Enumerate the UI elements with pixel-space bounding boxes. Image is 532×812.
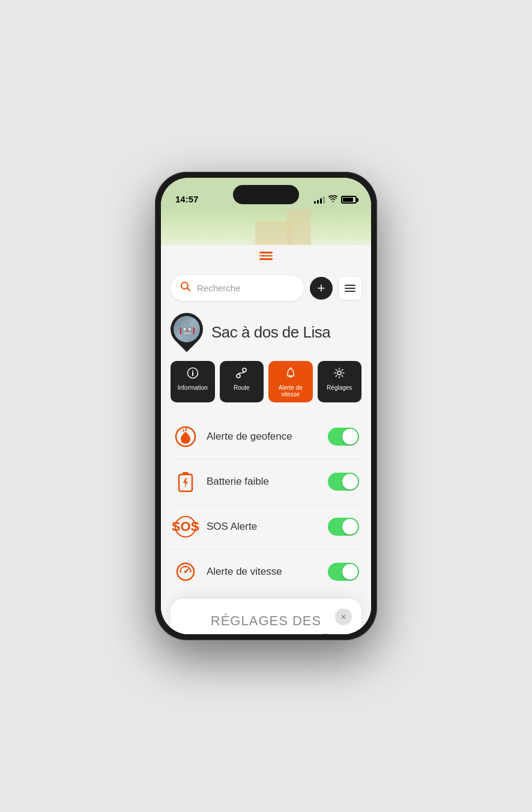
alert-list: Alerte de geofence Batterie faible	[171, 414, 361, 594]
status-time: 14:57	[175, 194, 198, 204]
svg-point-14	[184, 571, 187, 573]
alert-geofence-row: Alerte de geofence	[171, 414, 361, 459]
battery-icon-wrap	[173, 469, 198, 494]
geofence-icon-wrap	[173, 424, 198, 449]
svg-line-1	[187, 288, 190, 291]
svg-point-6	[243, 368, 246, 372]
alert-sos-row: SOS SOS Alerte	[171, 504, 361, 550]
battery-alert-label: Batterie faible	[207, 476, 319, 488]
tab-alert-speed[interactable]: Alerte de vitesse	[268, 361, 313, 402]
speed-alert-label: Alerte de vitesse	[207, 566, 319, 578]
svg-point-4	[192, 371, 193, 372]
gear-icon	[333, 367, 345, 382]
bell-icon	[285, 367, 297, 382]
tab-alert-speed-label: Alerte de vitesse	[272, 384, 309, 398]
tab-reglages-label: Réglages	[327, 384, 352, 391]
menu-lines-icon	[345, 285, 355, 292]
sheet-title-large: ALERTES	[185, 629, 347, 634]
map-preview	[161, 209, 371, 245]
tabs-row: Information Route	[171, 361, 361, 402]
menu-trigger[interactable]	[161, 245, 371, 267]
wifi-icon	[328, 195, 337, 204]
search-icon	[180, 281, 191, 295]
phone-screen: 14:57	[161, 178, 371, 634]
main-content: Recherche + 🤖	[161, 267, 371, 634]
battery-icon	[341, 196, 357, 204]
sos-alert-label: SOS Alerte	[207, 521, 319, 533]
hamburger-icon	[259, 252, 273, 260]
geofence-alert-label: Alerte de geofence	[207, 431, 319, 443]
tab-route-label: Route	[234, 384, 250, 391]
alert-battery-row: Batterie faible	[171, 459, 361, 504]
search-row: Recherche +	[171, 267, 361, 308]
speed-toggle[interactable]	[328, 563, 359, 581]
tab-reglages[interactable]: Réglages	[318, 361, 362, 402]
signal-icon	[314, 196, 325, 204]
speed-icon-wrap	[173, 559, 198, 584]
sos-icon: SOS	[175, 516, 196, 538]
dynamic-island	[233, 185, 299, 204]
sos-icon-wrap: SOS	[173, 514, 198, 539]
sheet-close-button[interactable]: ×	[335, 608, 352, 625]
information-icon	[187, 367, 199, 382]
battery-toggle[interactable]	[328, 473, 359, 491]
tab-information[interactable]: Information	[171, 361, 215, 402]
search-placeholder: Recherche	[197, 283, 241, 293]
tab-route[interactable]: Route	[220, 361, 264, 402]
svg-point-8	[337, 371, 341, 375]
device-pin: 🤖	[171, 313, 203, 351]
tab-information-label: Information	[178, 384, 208, 391]
sheet-title-small: RÉGLAGES DES	[185, 613, 347, 629]
add-button[interactable]: +	[310, 277, 333, 300]
sos-toggle[interactable]	[328, 518, 359, 536]
device-avatar: 🤖	[174, 316, 200, 342]
phone-frame: 14:57	[155, 172, 377, 640]
status-icons	[314, 195, 357, 204]
menu-button[interactable]	[339, 277, 361, 300]
geofence-toggle[interactable]	[328, 428, 359, 446]
bottom-sheet: × RÉGLAGES DES ALERTES	[171, 599, 361, 634]
svg-point-5	[237, 374, 240, 378]
route-icon	[235, 367, 247, 382]
svg-rect-11	[183, 472, 189, 475]
search-box[interactable]: Recherche	[171, 275, 304, 301]
device-card: 🤖 Sac à dos de Lisa	[171, 308, 361, 361]
alert-speed-row: Alerte de vitesse	[171, 550, 361, 594]
device-name: Sac à dos de Lisa	[211, 323, 330, 342]
